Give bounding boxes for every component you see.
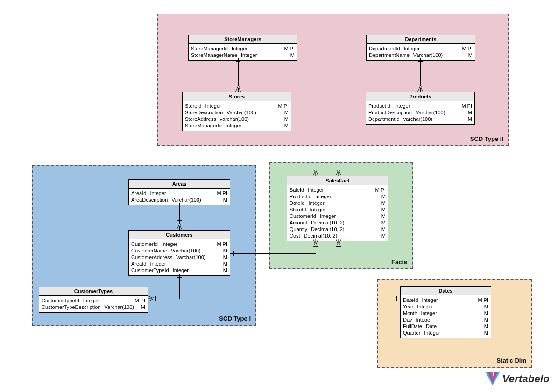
table-row: QuarterIntegerM [403,329,488,336]
connector-endpoint-icon [418,61,423,62]
vertabelo-logo: Vertabelo [486,372,550,385]
table-row: SaleIdIntegerM PI [290,187,386,193]
table-row: AreaIdIntegerM [131,260,227,267]
connector-line [148,299,180,299]
connector-line [339,299,400,299]
region-label-scd2: SCD Type II [470,135,503,142]
connector-endpoint-icon [295,99,295,104]
table-row: CustomerTypeIdIntegerM [131,267,227,273]
table-row: DayIntegerM [403,316,488,323]
entity-title: Departments [367,35,475,44]
table-row: AreaIdIntegerM PI [131,190,227,196]
table-row: DepartmentIdvarchar(100)M [368,116,472,122]
connector-endpoint-icon [336,167,341,167]
entity-title: Dates [401,287,491,295]
entity-title: CustomerTypes [39,287,148,296]
entity-title: StoreManagers [189,35,297,44]
entity-areas[interactable]: Areas AreaIdIntegerM PI AreaDescriptionV… [128,179,230,205]
connector-line [238,58,239,92]
connector-endpoint-icon [362,99,362,104]
connector-endpoint-icon [313,167,318,167]
connector-endpoint-icon [177,277,182,278]
connector-line [339,239,339,299]
connector-endpoint-icon [155,296,156,301]
connector-line [339,102,339,176]
region-label-facts: Facts [391,259,407,266]
entity-title: Stores [183,92,291,101]
entity-title: Products [366,92,474,101]
connector-line [316,102,316,176]
table-row: YearIntegerM [403,303,488,310]
table-row: CustomerAddressVarchar(100)M [131,254,227,260]
entity-departments[interactable]: Departments DepartmentIdIntegerM PI Depa… [366,35,475,61]
entity-sales-fact[interactable]: SalesFact SaleIdIntegerM PI ProductIdInt… [287,176,388,241]
table-row: MonthIntegerM [403,310,488,316]
connector-line [179,203,180,230]
connector-endpoint-icon [396,296,397,301]
table-row: ProductIdIntegerM PI [368,103,472,109]
connector-endpoint-icon [418,83,423,83]
table-row: DateIdIntegerM [290,200,386,206]
vertabelo-icon [486,372,500,385]
table-row: StoreDescriptionVarchar(100)M [185,109,289,116]
entity-stores[interactable]: Stores StoreIdIntegerM PI StoreDescripti… [182,92,291,131]
table-row: FullDateDateM [403,323,488,329]
table-row: StoreAddressvarchar(100)M [185,116,289,122]
table-row: StoreIdIntegerM PI [185,103,289,109]
table-row: AmountDecimal(10, 2)M [290,219,386,226]
region-label-scd1: SCD Type I [219,315,251,322]
table-row: StoreIdIntegerM [290,206,386,213]
connector-endpoint-icon [313,246,318,247]
table-row: CostDecimal(10, 2)M [290,232,386,239]
table-row: CustomerTypeIdIntegerM PI [42,297,145,304]
connector-endpoint-icon [236,83,240,83]
entity-customers[interactable]: Customers CustomerIdIntegerM PI Customer… [128,230,230,276]
logo-text: Vertabelo [502,373,550,385]
entity-dates[interactable]: Dates DateIdIntegerM PI YearIntegerM Mon… [400,286,491,338]
table-row: ProductIdIntegerM [290,193,386,200]
connector-endpoint-icon [177,220,182,221]
entity-products[interactable]: Products ProductIdIntegerM PI ProductDes… [366,92,475,125]
entity-store-managers[interactable]: StoreManagers StoreManagerIdIntegerM PI … [188,35,297,61]
connector-endpoint-icon [177,206,182,206]
entity-title: Areas [129,180,230,189]
entity-title: SalesFact [287,176,388,185]
connector-line [230,253,316,254]
connector-endpoint-icon [233,251,234,256]
connector-line [420,58,421,92]
table-row: AreaDescriptionVarchar(100)M [131,196,227,203]
table-row: StoreManagerIdIntegerM [185,122,289,129]
connector-endpoint-icon [336,246,341,247]
table-row: DepartmentNameVarchar(100)M [369,52,473,58]
region-label-static: Static Dim [496,357,526,364]
table-row: CustomerTypeDescriptionVarchar(100)M [42,304,145,310]
table-row: ProductDescriptionVarchar(100)M [368,109,472,116]
table-row: CustomerIdIntegerM PI [131,241,227,247]
table-row: CustomerIdIntegerM [290,213,386,219]
table-row: CustomerNameVarchar(100)M [131,247,227,254]
table-row: StoreManagerIdIntegerM PI [191,45,295,52]
entity-title: Customers [129,231,230,239]
table-row: QuantiyDecimal(10, 2)M [290,226,386,232]
entity-customer-types[interactable]: CustomerTypes CustomerTypeIdIntegerM PI … [39,287,148,313]
table-row: DepartmentIdIntegerM PI [369,45,473,52]
table-row: DateIdIntegerM PI [403,297,488,303]
table-row: StoreManagerNameIntegerM [191,52,295,58]
connector-endpoint-icon [236,61,240,62]
